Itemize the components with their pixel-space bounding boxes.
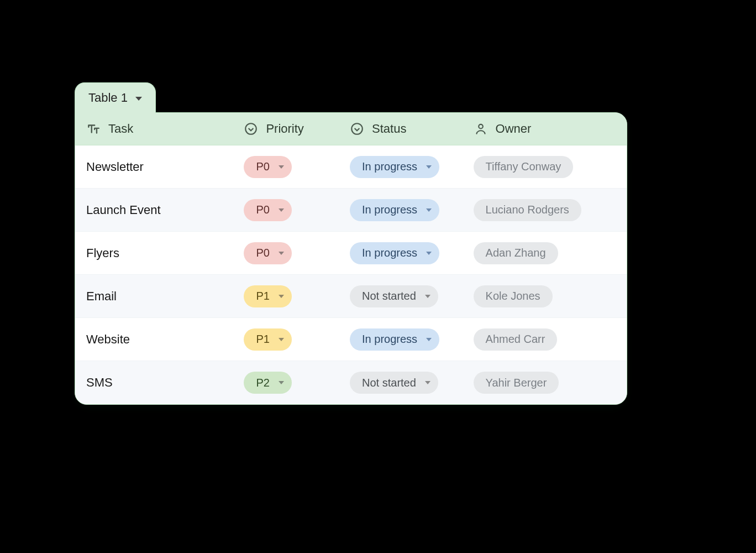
priority-label: P1: [256, 333, 269, 346]
table-tab[interactable]: Table 1: [75, 82, 156, 113]
column-header-label: Priority: [266, 122, 303, 136]
status-pill[interactable]: Not started: [350, 285, 438, 307]
dropdown-icon: [244, 122, 258, 136]
status-label: In progress: [362, 204, 417, 216]
task-name: Newsletter: [86, 160, 144, 174]
column-header-priority[interactable]: Priority: [240, 113, 349, 145]
status-pill[interactable]: In progress: [350, 242, 439, 264]
table-header: Task Priority Status: [75, 113, 627, 145]
task-name: Flyers: [86, 246, 119, 260]
priority-pill[interactable]: P2: [244, 372, 291, 394]
owner-chip[interactable]: Luciano Rodgers: [474, 199, 581, 221]
status-label: Not started: [362, 377, 416, 389]
priority-pill[interactable]: P1: [244, 328, 291, 351]
caret-down-icon: [425, 381, 431, 384]
caret-down-icon: [426, 338, 432, 341]
task-name: Launch Event: [86, 203, 161, 217]
owner-name: Kole Jones: [486, 290, 540, 302]
owner-name: Luciano Rodgers: [486, 204, 569, 216]
column-header-status[interactable]: Status: [349, 113, 470, 145]
caret-down-icon: [426, 165, 432, 169]
caret-down-icon: [426, 252, 432, 255]
status-pill[interactable]: In progress: [350, 328, 439, 351]
person-icon: [474, 122, 488, 136]
caret-down-icon: [279, 338, 284, 341]
status-pill[interactable]: Not started: [350, 372, 438, 394]
priority-label: P0: [256, 247, 269, 259]
caret-down-icon: [279, 208, 284, 212]
priority-label: P2: [256, 377, 269, 389]
task-name: SMS: [86, 375, 113, 390]
svg-point-0: [246, 123, 257, 134]
table-row[interactable]: FlyersP0In progressAdan Zhang: [75, 232, 627, 275]
owner-name: Ahmed Carr: [486, 333, 545, 346]
priority-label: P1: [256, 290, 269, 302]
caret-down-icon: [426, 208, 432, 212]
caret-down-icon: [279, 381, 284, 384]
table-row[interactable]: NewsletterP0In progressTiffany Conway: [75, 145, 627, 189]
status-label: In progress: [362, 333, 417, 346]
owner-name: Tiffany Conway: [486, 160, 561, 173]
priority-pill[interactable]: P0: [244, 199, 291, 221]
chevron-down-icon: [135, 97, 142, 101]
column-header-label: Owner: [496, 122, 532, 136]
dropdown-icon: [350, 122, 364, 136]
owner-name: Adan Zhang: [486, 247, 546, 259]
column-header-label: Task: [108, 122, 133, 136]
caret-down-icon: [279, 295, 284, 298]
table-row[interactable]: SMSP2Not startedYahir Berger: [75, 361, 627, 404]
task-name: Website: [86, 332, 130, 347]
priority-pill[interactable]: P0: [244, 156, 291, 178]
owner-chip[interactable]: Adan Zhang: [474, 242, 558, 264]
table-row[interactable]: Launch EventP0In progressLuciano Rodgers: [75, 189, 627, 232]
status-label: Not started: [362, 290, 416, 302]
priority-pill[interactable]: P1: [244, 285, 291, 307]
task-name: Email: [86, 289, 117, 304]
text-icon: [86, 122, 101, 136]
status-label: In progress: [362, 160, 417, 173]
table-tab-label: Table 1: [88, 91, 128, 105]
caret-down-icon: [279, 165, 284, 169]
column-header-owner[interactable]: Owner: [470, 113, 627, 145]
table-card: Task Priority Status: [75, 112, 627, 405]
priority-pill[interactable]: P0: [244, 242, 291, 264]
owner-name: Yahir Berger: [486, 377, 547, 389]
caret-down-icon: [425, 295, 431, 298]
column-header-task[interactable]: Task: [75, 113, 240, 145]
owner-chip[interactable]: Ahmed Carr: [474, 328, 558, 351]
status-pill[interactable]: In progress: [350, 199, 439, 221]
owner-chip[interactable]: Kole Jones: [474, 285, 553, 307]
status-label: In progress: [362, 247, 417, 259]
status-pill[interactable]: In progress: [350, 156, 439, 178]
owner-chip[interactable]: Tiffany Conway: [474, 156, 574, 178]
svg-point-1: [351, 123, 363, 134]
svg-point-2: [479, 124, 483, 129]
priority-label: P0: [256, 160, 269, 173]
caret-down-icon: [279, 252, 284, 255]
owner-chip[interactable]: Yahir Berger: [474, 372, 559, 394]
priority-label: P0: [256, 204, 269, 216]
column-header-label: Status: [372, 122, 406, 136]
table-row[interactable]: EmailP1Not startedKole Jones: [75, 275, 627, 318]
table-row[interactable]: WebsiteP1In progressAhmed Carr: [75, 318, 627, 361]
